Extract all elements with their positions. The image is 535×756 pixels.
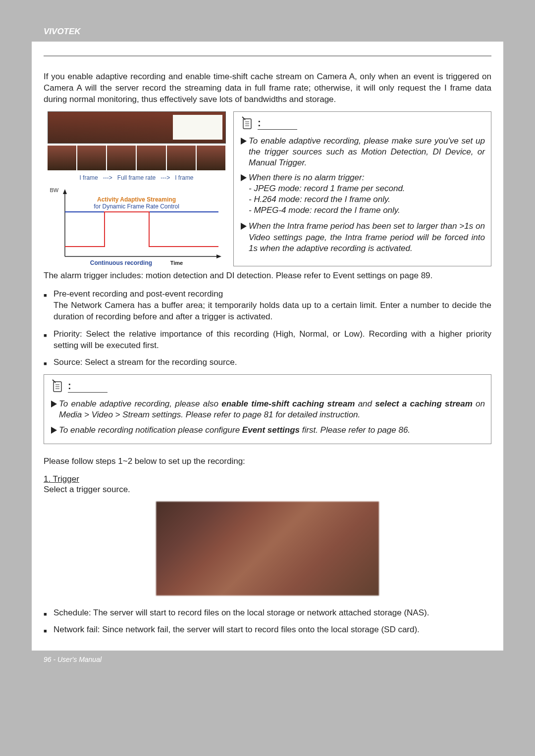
note-icon (241, 116, 254, 130)
bullet-pre-post: Pre-event recording and post-event recor… (44, 289, 491, 323)
arrow-icon (51, 427, 57, 434)
bullet-schedule: Schedule: The server will start to recor… (44, 607, 491, 619)
note-label: : (51, 379, 485, 394)
label-iframe-b: I frame (175, 174, 193, 181)
arrow-icon (241, 174, 247, 181)
bullet-list-2: Schedule: The server will start to recor… (44, 607, 491, 636)
y-axis-label: BW (50, 187, 59, 193)
diagram-left: I frame ---> Full frame rate ---> I fram… (44, 111, 229, 266)
chart-title: Activity Adaptive Streaming (50, 196, 223, 203)
note1-item3: When the Intra frame period has been set… (249, 221, 485, 253)
label-iframe-a: I frame (79, 174, 98, 181)
document-page: VIVOTEK If you enable adaptive recording… (32, 20, 503, 671)
note1-item2a: - JPEG mode: record 1 frame per second. (249, 183, 405, 194)
frame-strip (48, 146, 226, 170)
camera-preview (48, 111, 226, 144)
frame-rate-labels: I frame ---> Full frame rate ---> I fram… (79, 174, 193, 181)
time-axis-label: Time (170, 260, 183, 266)
page-content: If you enable adaptive recording and ena… (32, 42, 503, 651)
bullet-network-fail: Network fail: Since network fail, the se… (44, 624, 491, 636)
alarm-trigger-paragraph: The alarm trigger includes: motion detec… (44, 270, 491, 282)
note-label: : (241, 116, 485, 131)
bandwidth-chart: BW Activity Adaptive Streaming for Dynam… (50, 187, 223, 266)
note-box-1: : To enable adaptive recording, please m… (233, 111, 491, 266)
steps-intro: Please follow steps 1~2 below to set up … (44, 456, 491, 467)
arrow-icon (241, 223, 247, 230)
continuous-recording-label: Continuous recording (90, 259, 152, 266)
header-bar: VIVOTEK (32, 20, 503, 42)
note2-item1: To enable adaptive recording, please als… (59, 399, 485, 420)
figure-row: I frame ---> Full frame rate ---> I fram… (44, 111, 491, 266)
page-number: 96 - User's Manual (44, 655, 102, 663)
footer-bar: 96 - User's Manual (32, 651, 503, 671)
note2-item2: To enable recording notification please … (59, 425, 410, 436)
brand-title: VIVOTEK (44, 27, 81, 36)
svg-marker-3 (216, 254, 221, 258)
label-fullrate: Full frame rate (117, 174, 156, 181)
arrow-b: ---> (160, 174, 170, 181)
note-box-2: : To enable adaptive recording, please a… (44, 374, 491, 444)
bullet-priority: Priority: Select the relative importance… (44, 329, 491, 352)
bullet-list-1: Pre-event recording and post-event recor… (44, 289, 491, 369)
chart-subtitle: for Dynamic Frame Rate Control (50, 203, 223, 210)
intro-paragraph: If you enable adaptive recording and ena… (44, 71, 491, 105)
divider (44, 55, 491, 56)
bullet-body: The Network Camera has a buffer area; it… (54, 301, 491, 321)
arrow-icon (241, 138, 247, 145)
arrow-a: ---> (103, 174, 112, 181)
note-icon (51, 379, 64, 393)
svg-marker-1 (63, 189, 67, 194)
step1-heading: 1. Trigger (44, 474, 491, 484)
note1-item2b: - H.264 mode: record the I frame only. (249, 194, 405, 205)
step1-sub: Select a trigger source. (44, 484, 491, 496)
arrow-icon (51, 401, 57, 407)
note1-item1: To enable adaptive recording, please mak… (249, 136, 485, 168)
note1-item2c: - MPEG-4 mode: record the I frame only. (249, 205, 405, 216)
trigger-screenshot (156, 502, 379, 596)
bullet-head: Pre-event recording and post-event recor… (54, 289, 223, 299)
bullet-source: Source: Select a stream for the recordin… (44, 357, 491, 368)
note1-item2: When there is no alarm trigger: (249, 172, 405, 183)
